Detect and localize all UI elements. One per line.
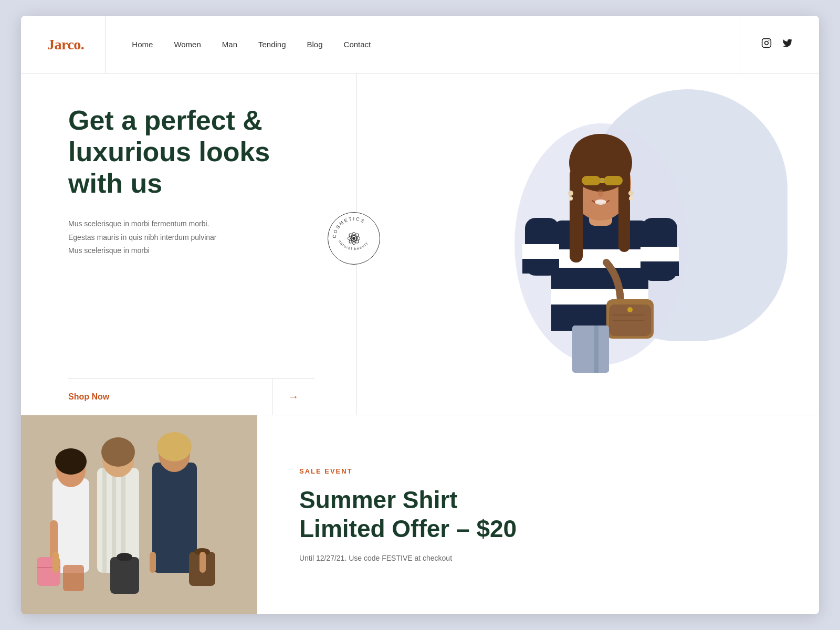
sale-body: Until 12/27/21. Use code FESTIVE at chec… — [299, 554, 777, 562]
hero-headline: Get a perfect & luxurious looks with us — [68, 105, 314, 199]
bottom-section: SALE EVENT Summer Shirt Limited Offer – … — [21, 415, 819, 614]
main-nav: Home Women Man Tending Blog Contact — [106, 40, 740, 49]
svg-point-2 — [769, 40, 770, 41]
bottom-sale-content: SALE EVENT Summer Shirt Limited Offer – … — [257, 415, 819, 614]
nav-item-home[interactable]: Home — [132, 40, 153, 49]
hero-section: Get a perfect & luxurious looks with us … — [21, 74, 819, 415]
logo-section: Jarco. — [47, 16, 106, 73]
shop-now-left: Shop Now — [68, 379, 272, 415]
shopping-group-illustration — [21, 415, 257, 614]
instagram-icon[interactable] — [761, 38, 772, 51]
nav-item-women[interactable]: Women — [174, 40, 201, 49]
svg-rect-69 — [63, 565, 84, 591]
svg-rect-24 — [640, 261, 679, 276]
svg-point-1 — [765, 41, 769, 45]
svg-rect-20 — [522, 244, 559, 259]
svg-rect-29 — [570, 168, 583, 262]
svg-point-46 — [627, 307, 633, 312]
sale-event-label: SALE EVENT — [299, 467, 777, 475]
svg-point-41 — [629, 196, 633, 201]
svg-rect-15 — [551, 249, 648, 268]
svg-rect-48 — [594, 326, 598, 373]
svg-rect-33 — [604, 176, 623, 185]
social-icons — [740, 16, 793, 73]
nav-item-contact[interactable]: Contact — [344, 40, 371, 49]
hero-body: Mus scelerisque in morbi fermentum morbi… — [68, 217, 314, 257]
svg-rect-21 — [522, 259, 559, 274]
svg-rect-23 — [640, 247, 679, 261]
svg-rect-70 — [52, 552, 59, 573]
nav-item-tending[interactable]: Tending — [258, 40, 286, 49]
svg-rect-16 — [551, 268, 648, 289]
svg-point-31 — [572, 134, 629, 176]
svg-point-66 — [157, 432, 192, 461]
svg-rect-71 — [150, 552, 156, 573]
svg-point-40 — [628, 191, 634, 196]
cosmetics-badge: COSMETICS natural beauty — [325, 209, 383, 267]
svg-rect-34 — [600, 178, 604, 183]
shop-now-area: Shop Now → — [68, 378, 314, 415]
svg-rect-32 — [582, 176, 601, 185]
hero-left: Get a perfect & luxurious looks with us … — [21, 74, 357, 415]
svg-rect-62 — [110, 557, 139, 594]
svg-point-36 — [598, 190, 603, 197]
hero-right — [357, 74, 819, 415]
bottom-sale-image — [21, 415, 257, 614]
hero-model-image — [501, 116, 696, 373]
svg-rect-72 — [200, 552, 206, 573]
twitter-icon[interactable] — [782, 38, 793, 51]
svg-point-39 — [569, 196, 573, 201]
svg-text:COSMETICS: COSMETICS — [331, 216, 366, 239]
svg-point-63 — [117, 553, 132, 561]
brand-logo[interactable]: Jarco. — [47, 36, 84, 53]
svg-point-38 — [568, 191, 573, 196]
sale-headline: Summer Shirt Limited Offer – $20 — [299, 486, 777, 543]
svg-point-52 — [55, 448, 87, 475]
nav-item-man[interactable]: Man — [222, 40, 237, 49]
svg-rect-0 — [762, 39, 771, 48]
svg-point-61 — [101, 437, 135, 467]
shop-now-button[interactable]: Shop Now — [68, 392, 109, 402]
model-illustration — [504, 116, 693, 373]
shop-now-arrow[interactable]: → — [272, 379, 314, 415]
svg-point-12 — [352, 237, 355, 240]
svg-rect-47 — [572, 326, 609, 373]
svg-point-37 — [595, 200, 606, 205]
header: Jarco. Home Women Man Tending Blog Conta… — [21, 16, 819, 74]
svg-rect-57 — [102, 468, 107, 573]
nav-item-blog[interactable]: Blog — [307, 40, 323, 49]
